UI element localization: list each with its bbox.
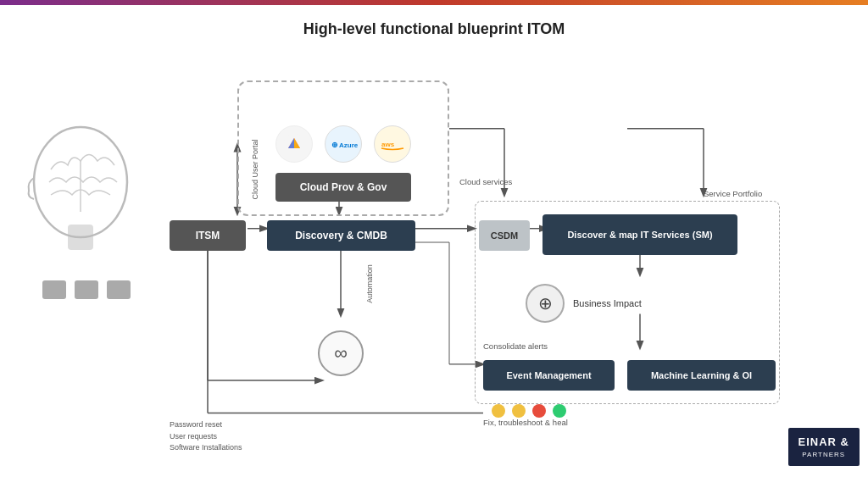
business-impact-label: Business Impact bbox=[573, 298, 642, 308]
cloud-user-portal-label: Cloud User Portal bbox=[251, 139, 259, 199]
svg-text:aws: aws bbox=[381, 141, 395, 148]
logo-line2: PARTNERS bbox=[798, 450, 849, 459]
csdm-block: CSDM bbox=[479, 220, 530, 251]
fix-troubleshoot-label: Fix, troubleshoot & heal bbox=[483, 418, 568, 427]
brain-illustration bbox=[17, 97, 161, 326]
dot-yellow-1 bbox=[492, 404, 505, 418]
aws-icon: aws bbox=[374, 125, 411, 163]
top-accent-bar bbox=[0, 0, 868, 5]
cloud-services-label: Cloud services bbox=[459, 177, 512, 186]
ml-block: Machine Learning & OI bbox=[627, 360, 776, 391]
page-title: High-level functional blueprint ITOM bbox=[0, 20, 868, 38]
cloud-icons-row: ⊕ Azure aws bbox=[275, 125, 411, 163]
itsm-block: ITSM bbox=[170, 220, 246, 251]
brain-dot-3 bbox=[107, 280, 131, 299]
discover-map-block: Discover & map IT Services (SM) bbox=[542, 214, 737, 255]
automation-label: Automation bbox=[365, 264, 374, 303]
brain-dot-2 bbox=[75, 280, 98, 299]
gcp-icon bbox=[275, 125, 313, 163]
bottom-text-group: Password reset User requests Software In… bbox=[170, 419, 242, 454]
consolidate-alerts-label: Consolidate alerts bbox=[483, 341, 548, 351]
dot-yellow-2 bbox=[512, 404, 526, 418]
dot-green bbox=[553, 404, 566, 418]
hub-icon: ⊕ bbox=[526, 284, 565, 323]
status-dots bbox=[492, 404, 566, 418]
password-reset-label: Password reset bbox=[170, 419, 242, 431]
svg-text:⊕: ⊕ bbox=[331, 141, 338, 149]
event-management-block: Event Management bbox=[483, 360, 615, 391]
automation-infinity: ∞ bbox=[318, 330, 364, 376]
service-portfolio-label: Service Portfolio bbox=[704, 189, 762, 198]
svg-text:Azure: Azure bbox=[339, 141, 358, 149]
diagram-area: ⊕ Azure aws Cloud Prov & Gov Cloud servi… bbox=[0, 47, 868, 479]
business-impact-container: ⊕ Business Impact bbox=[526, 284, 642, 323]
azure-icon: ⊕ Azure bbox=[325, 125, 362, 163]
brain-dots bbox=[17, 280, 161, 299]
brain-dot-1 bbox=[42, 280, 66, 299]
cloud-provider-box: ⊕ Azure aws Cloud Prov & Gov bbox=[237, 80, 449, 216]
logo-line1: EINAR & bbox=[798, 435, 849, 450]
discovery-block: Discovery & CMDB bbox=[267, 220, 415, 251]
cloud-prov-block: Cloud Prov & Gov bbox=[275, 173, 411, 202]
user-requests-label: User requests bbox=[170, 431, 242, 443]
diagram-canvas: ⊕ Azure aws Cloud Prov & Gov Cloud servi… bbox=[170, 64, 860, 462]
logo-box: EINAR & PARTNERS bbox=[788, 428, 860, 466]
software-installations-label: Software Installations bbox=[170, 442, 242, 454]
dot-red bbox=[532, 404, 546, 418]
